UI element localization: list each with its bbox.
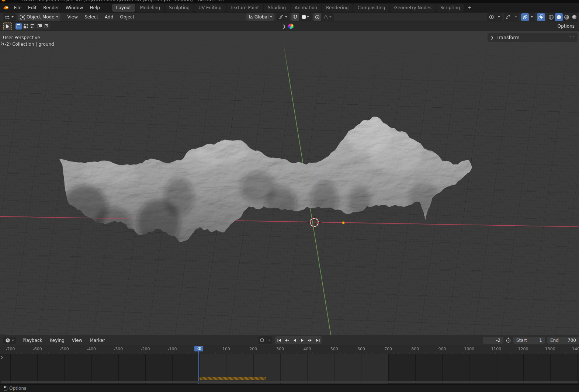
select-mode-intersect[interactable] bbox=[44, 23, 50, 30]
shading-material-button[interactable] bbox=[563, 13, 571, 21]
viewport-menu-view[interactable]: View bbox=[64, 13, 81, 21]
snap-group bbox=[291, 13, 312, 21]
autokey-group bbox=[258, 336, 272, 344]
select-mode-extend[interactable] bbox=[22, 23, 29, 30]
tab-layout[interactable]: Layout bbox=[112, 4, 135, 12]
pivot-point-dropdown[interactable] bbox=[276, 13, 290, 21]
shading-wireframe-button[interactable] bbox=[547, 13, 555, 21]
mode-dropdown[interactable]: Object Mode bbox=[18, 13, 60, 21]
timeline-menu-view[interactable]: View bbox=[69, 337, 86, 344]
tab-geometry-nodes[interactable]: Geometry Nodes bbox=[390, 4, 436, 12]
transform-panel-header[interactable]: ❯ Transform ∷∷ bbox=[488, 33, 578, 42]
tab-uv-editing[interactable]: UV Editing bbox=[194, 4, 226, 12]
overlays-icon bbox=[523, 15, 528, 20]
proportional-group bbox=[313, 13, 334, 21]
select-box-tool-button[interactable] bbox=[3, 22, 12, 30]
viewport-menu-add[interactable]: Add bbox=[101, 13, 117, 21]
jump-to-start-button[interactable] bbox=[275, 336, 283, 344]
header-overflow: ❯ bbox=[282, 24, 294, 29]
tab-scripting[interactable]: Scripting bbox=[436, 4, 464, 12]
ruler-tick-1000: 1000 bbox=[464, 347, 474, 351]
select-mode-subtract[interactable] bbox=[30, 23, 36, 30]
timeline-menu-keying[interactable]: Keying bbox=[46, 337, 68, 344]
snap-target-dropdown[interactable] bbox=[299, 13, 312, 21]
start-frame-field[interactable]: Start 1 bbox=[513, 337, 545, 344]
toolbar-expand-chevron[interactable]: ❯ bbox=[0, 41, 3, 45]
channels-expand-chevron[interactable]: ❯ bbox=[0, 355, 3, 359]
select-mode-set[interactable] bbox=[15, 23, 22, 30]
tab-animation[interactable]: Animation bbox=[291, 4, 321, 12]
add-workspace-button[interactable]: + bbox=[465, 4, 475, 11]
play-button[interactable] bbox=[298, 336, 306, 344]
tool-options-button[interactable]: Options bbox=[555, 22, 578, 30]
timeline-gridline bbox=[64, 354, 65, 384]
timeline-menu-marker[interactable]: Marker bbox=[86, 337, 108, 344]
xray-toggle[interactable] bbox=[537, 13, 545, 21]
auto-keying-toggle[interactable] bbox=[258, 336, 266, 344]
object-mode-icon bbox=[20, 15, 25, 20]
current-frame-field[interactable]: -2 bbox=[483, 337, 503, 344]
timeline-gridline bbox=[469, 354, 469, 384]
ruler-tick-300: 300 bbox=[276, 347, 284, 351]
select-mode-invert[interactable] bbox=[37, 23, 43, 30]
terrain-mesh[interactable] bbox=[59, 117, 472, 246]
menu-edit[interactable]: Edit bbox=[25, 4, 40, 12]
shading-rendered-button[interactable] bbox=[571, 13, 578, 21]
tab-sculpting[interactable]: Sculpting bbox=[165, 4, 194, 12]
tab-shading[interactable]: Shading bbox=[264, 4, 290, 12]
timeline-menu-playback[interactable]: Playback bbox=[19, 337, 46, 344]
orientation-axes-icon bbox=[249, 15, 253, 19]
tab-modeling[interactable]: Modeling bbox=[136, 4, 164, 12]
visibility-caret[interactable] bbox=[496, 13, 502, 21]
panel-drag-dots[interactable]: ∷∷ bbox=[569, 35, 575, 40]
cursor-icon bbox=[6, 24, 10, 29]
overlays-toggle[interactable] bbox=[521, 13, 529, 21]
blender-menu-icon[interactable] bbox=[3, 5, 9, 10]
end-frame-field[interactable]: End 700 bbox=[547, 337, 579, 344]
chevron-down-icon bbox=[498, 16, 500, 18]
viewport-menu-select[interactable]: Select bbox=[81, 13, 101, 21]
visibility-group bbox=[487, 13, 502, 21]
jump-to-end-button[interactable] bbox=[314, 336, 322, 344]
object-visibility-dropdown[interactable] bbox=[487, 13, 496, 21]
prev-keyframe-button[interactable] bbox=[283, 336, 291, 344]
transform-orientation-dropdown[interactable]: Global bbox=[246, 13, 274, 21]
overlays-caret[interactable] bbox=[529, 13, 535, 21]
gizmos-toggle[interactable] bbox=[504, 13, 513, 21]
gizmos-caret[interactable] bbox=[513, 13, 519, 21]
timeline-gridline bbox=[280, 354, 281, 384]
blender-window: Down 3D projects pt2 ita [C:\Downloads\D… bbox=[0, 0, 579, 392]
scene-cube-icon[interactable] bbox=[288, 24, 294, 29]
expand-chevron-icon[interactable]: ❯ bbox=[282, 24, 286, 29]
tab-compositing[interactable]: Compositing bbox=[353, 4, 389, 12]
ruler-tick-700: 700 bbox=[384, 347, 392, 351]
proportional-falloff-dropdown[interactable] bbox=[321, 13, 334, 21]
timeline-body[interactable]: ❯ bbox=[0, 354, 579, 384]
tab-rendering[interactable]: Rendering bbox=[322, 4, 353, 12]
preview-range-toggle[interactable] bbox=[506, 337, 511, 343]
menu-help[interactable]: Help bbox=[86, 4, 103, 12]
timeline-editor-type-button[interactable] bbox=[3, 337, 16, 344]
tab-texture-paint[interactable]: Texture Paint bbox=[226, 4, 263, 12]
menu-file[interactable]: File bbox=[11, 4, 25, 12]
proportional-editing-toggle[interactable] bbox=[313, 13, 321, 21]
viewport-center-controls: Global bbox=[246, 13, 334, 21]
ruler-tick-400: 400 bbox=[304, 347, 311, 351]
timeline-gridline bbox=[523, 354, 524, 384]
timeline-ruler[interactable]: -2 -700-600-500-400-300-200-100100200300… bbox=[0, 345, 579, 354]
editor-type-button[interactable] bbox=[3, 13, 16, 21]
autokey-caret[interactable] bbox=[266, 336, 272, 344]
current-frame-badge[interactable]: -2 bbox=[194, 346, 203, 351]
timeline-hscrollbar[interactable] bbox=[1, 381, 578, 383]
shading-solid-button[interactable] bbox=[555, 13, 563, 21]
play-reverse-button[interactable] bbox=[291, 336, 298, 344]
playhead-line[interactable] bbox=[198, 354, 199, 384]
snap-toggle[interactable] bbox=[291, 13, 299, 21]
cursor-3d[interactable] bbox=[308, 216, 321, 229]
menu-render[interactable]: Render bbox=[40, 4, 62, 12]
object-origin-dot[interactable] bbox=[342, 221, 344, 224]
viewport-menu-object[interactable]: Object bbox=[117, 13, 138, 21]
next-keyframe-button[interactable] bbox=[306, 336, 314, 344]
menu-window[interactable]: Window bbox=[62, 4, 86, 12]
ruler-tick--100: -100 bbox=[168, 347, 177, 351]
